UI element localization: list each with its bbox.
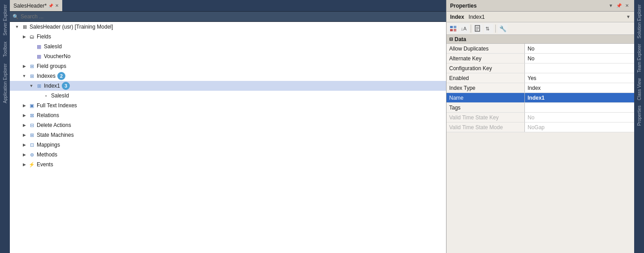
svg-rect-2 <box>454 27 456 28</box>
salesid-label: SalesId <box>44 43 62 50</box>
tree-item-methods[interactable]: ▶ ⊛ Methods <box>10 150 446 160</box>
prop-row-tags[interactable]: Tags <box>447 103 634 113</box>
meth-icon: ⊛ <box>28 152 36 158</box>
toolbox-label[interactable]: Toolbox <box>2 39 9 59</box>
tree-item-fieldgroups[interactable]: ▶ ⊞ Field groups <box>10 61 446 71</box>
relations-expander: ▶ <box>21 113 28 118</box>
prop-name-alternate-key: Alternate Key <box>447 54 525 63</box>
svg-text:🔧: 🔧 <box>499 25 506 32</box>
fieldgroups-icon: ⊞ <box>28 63 36 69</box>
fti-icon: ▣ <box>28 103 36 109</box>
prop-alpha-btn[interactable]: ↓A <box>459 24 469 34</box>
tree-item-salesid[interactable]: ▦ SalesId <box>10 42 446 51</box>
prop-settings-btn[interactable]: 🔧 <box>498 24 507 34</box>
search-input[interactable] <box>21 13 443 20</box>
index1-icon: ⊞ <box>35 83 43 89</box>
prop-name-valid-time-mode: Valid Time State Mode <box>447 122 525 132</box>
prop-close-btn[interactable]: ✕ <box>623 2 631 9</box>
map-expander: ▶ <box>21 143 28 147</box>
meth-expander: ▶ <box>21 152 28 157</box>
prop-pin-btn[interactable]: 📌 <box>615 2 623 9</box>
relations-label: Relations <box>37 112 59 118</box>
tab-close-icon[interactable]: ✕ <box>55 3 59 8</box>
svg-rect-5 <box>454 30 456 31</box>
prop-name-enabled: Enabled <box>447 73 525 83</box>
field-icon-2: ▦ <box>35 54 43 59</box>
voucherno-label: VoucherNo <box>44 53 70 59</box>
indexes-label: Indexes <box>37 73 56 79</box>
tree-item-indexes[interactable]: ▼ ⊞ Indexes 2 <box>10 71 446 81</box>
search-icon: 🔍 <box>13 14 19 20</box>
prop-section-data: ⊟ Data <box>447 35 634 44</box>
app-explorer-label[interactable]: Application Explorer <box>2 61 9 106</box>
prop-name-valid-time-key: Valid Time State Key <box>447 113 525 122</box>
da-expander: ▶ <box>21 123 28 127</box>
fields-icon: 🗂 <box>28 34 36 39</box>
tab-pin-icon[interactable]: 📌 <box>48 4 53 8</box>
prop-row-config-key[interactable]: Configuration Key <box>447 63 634 73</box>
prop-row-valid-time-mode[interactable]: Valid Time State Mode NoGap <box>447 122 634 132</box>
class-view-label[interactable]: Class View <box>636 76 643 103</box>
object-selector-arrow: ▼ <box>626 14 631 19</box>
tree-item-fulltextindexes[interactable]: ▶ ▣ Full Text Indexes <box>10 101 446 110</box>
sales-header-tab[interactable]: SalesHeader* 📌 ✕ <box>10 0 62 11</box>
left-sidebar: Server Explorer Toolbox Application Expl… <box>0 0 10 253</box>
prop-toolbar: ↓A ⇅ 🔧 <box>447 22 634 35</box>
search-bar: 🔍 <box>10 12 446 22</box>
sm-icon: ⊞ <box>28 132 36 138</box>
fields-expander: ▶ <box>21 34 28 39</box>
field-icon-1: ▦ <box>35 44 43 50</box>
tree-root[interactable]: ▼ ⊞ SalesHeader (usr) [Training Model] <box>10 22 446 32</box>
meth-label: Methods <box>37 152 57 158</box>
tree-item-index1[interactable]: ▼ ⊞ Index1 3 <box>10 81 446 91</box>
ev-expander: ▶ <box>21 162 28 167</box>
object-type: Index <box>450 14 464 20</box>
prop-pages-btn[interactable] <box>473 24 483 34</box>
map-label: Mappings <box>37 142 60 148</box>
index1-expander: ▼ <box>28 84 35 88</box>
svg-rect-1 <box>454 26 456 27</box>
index1-label: Index1 <box>44 83 60 89</box>
prop-sort-btn[interactable]: ⇅ <box>484 24 494 34</box>
tree-item-voucherno[interactable]: ▦ VoucherNo <box>10 51 446 61</box>
prop-row-allow-duplicates[interactable]: Allow Duplicates No <box>447 44 634 54</box>
prop-row-name[interactable]: Name Index1 <box>447 93 634 103</box>
tree-item-fields[interactable]: ▶ 🗂 Fields <box>10 32 446 42</box>
tree-item-events[interactable]: ▶ ⚡ Events <box>10 160 446 169</box>
map-icon: ⊡ <box>28 142 36 148</box>
prop-categories-btn[interactable] <box>448 24 458 34</box>
object-selector[interactable]: Index Index1 ▼ <box>447 12 634 22</box>
prop-dropdown-btn[interactable]: ▼ <box>607 2 614 9</box>
index1-salesid-label: SalesId <box>51 93 69 99</box>
prop-value-valid-time-key: No <box>525 113 634 122</box>
tree-item-index1-salesid[interactable]: ▪ SalesId <box>10 91 446 101</box>
properties-controls: ▼ 📌 ✕ <box>607 2 631 9</box>
properties-panel: Properties ▼ 📌 ✕ Index Index1 ▼ ↓A ⇅ <box>446 0 634 253</box>
prop-name-config-key: Configuration Key <box>447 63 525 73</box>
svg-rect-3 <box>450 29 453 31</box>
prop-value-index-type: Index <box>525 83 634 93</box>
properties-label[interactable]: Properties <box>636 103 643 129</box>
tree-item-relations[interactable]: ▶ ⊠ Relations <box>10 110 446 120</box>
fti-expander: ▶ <box>21 103 28 108</box>
prop-row-alternate-key[interactable]: Alternate Key No <box>447 54 634 63</box>
prop-row-enabled[interactable]: Enabled Yes <box>447 73 634 83</box>
tree-panel: ▼ ⊞ SalesHeader (usr) [Training Model] ▶… <box>10 22 446 253</box>
tab-title: SalesHeader* <box>13 3 47 9</box>
main-area: SalesHeader* 📌 ✕ 🔍 ▼ ⊞ SalesHeader (usr)… <box>10 0 446 253</box>
solution-explorer-label[interactable]: Solution Explorer <box>636 2 643 41</box>
team-explorer-label[interactable]: Team Explorer <box>636 41 643 75</box>
table-icon: ⊞ <box>21 24 29 30</box>
prop-row-valid-time-key[interactable]: Valid Time State Key No <box>447 113 634 122</box>
tree-item-deleteactions[interactable]: ▶ ⊟ Delete Actions <box>10 120 446 130</box>
tree-item-statemachines[interactable]: ▶ ⊞ State Machines <box>10 130 446 140</box>
prop-row-index-type[interactable]: Index Type Index <box>447 83 634 93</box>
section-data-label: Data <box>455 36 466 42</box>
svg-rect-0 <box>450 26 453 28</box>
section-collapse-icon: ⊟ <box>449 37 453 42</box>
prop-value-allow-duplicates: No <box>525 44 634 53</box>
da-label: Delete Actions <box>37 122 71 128</box>
object-name: Index1 <box>468 14 485 20</box>
tree-item-mappings[interactable]: ▶ ⊡ Mappings <box>10 140 446 150</box>
server-explorer-label[interactable]: Server Explorer <box>2 2 9 38</box>
